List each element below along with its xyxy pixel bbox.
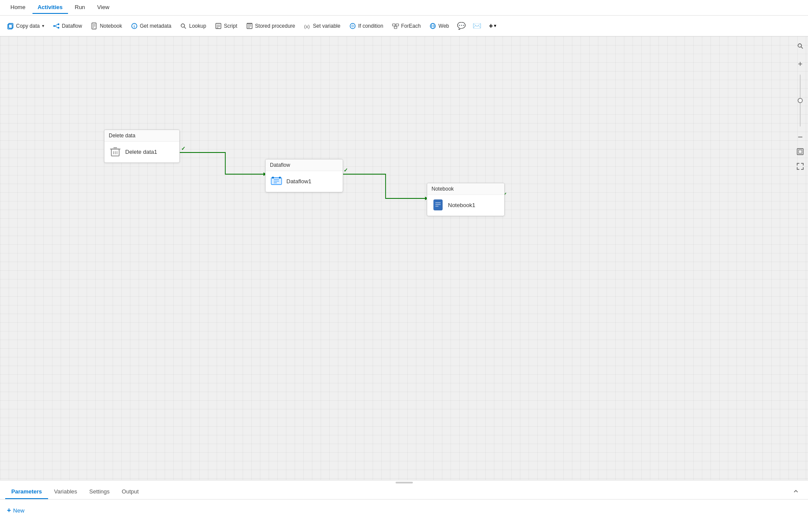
svg-point-2: [53, 25, 55, 27]
zoom-in-button[interactable]: +: [794, 58, 806, 70]
svg-point-4: [58, 27, 59, 29]
svg-rect-52: [272, 177, 274, 178]
copy-data-icon: [7, 23, 14, 29]
expand-button[interactable]: [794, 160, 806, 172]
svg-line-5: [55, 24, 58, 26]
svg-text:(x): (x): [304, 24, 310, 29]
delete-data-header: Delete data: [104, 130, 179, 142]
set-variable-button[interactable]: (x) Set variable: [300, 20, 344, 32]
tab-output[interactable]: Output: [116, 485, 145, 499]
dataflow-icon: [270, 175, 283, 188]
dataflow-node[interactable]: Dataflow Dataflow1: [265, 159, 343, 192]
svg-point-25: [350, 23, 355, 29]
tab-parameters[interactable]: Parameters: [5, 485, 48, 499]
copy-data-label: Copy data: [16, 23, 40, 29]
svg-rect-30: [393, 24, 395, 26]
svg-line-61: [801, 47, 803, 49]
icon-btn-2[interactable]: ✉️: [470, 19, 484, 32]
pipeline-canvas-area[interactable]: ✓ ✓ ✓ Delete data Delete data1: [0, 36, 808, 480]
dataflow-button[interactable]: Dataflow: [49, 20, 86, 32]
toolbar: Copy data ▾ Dataflow Notebook: [0, 16, 808, 36]
zoom-slider-thumb[interactable]: [798, 98, 803, 103]
script-icon: [215, 23, 222, 29]
notebook-body: Notebook1: [427, 195, 504, 216]
message-icon: 💬: [457, 22, 466, 30]
canvas-search-button[interactable]: [794, 40, 806, 52]
svg-rect-32: [394, 26, 397, 29]
notebook-button[interactable]: Notebook: [87, 20, 125, 32]
icon-btn-1[interactable]: 💬: [454, 19, 468, 32]
delete-data-title: Delete data: [109, 133, 135, 139]
more-button[interactable]: + ▾: [486, 20, 500, 32]
copy-data-dropdown-icon: ▾: [42, 23, 44, 28]
notebook-icon: [91, 23, 97, 29]
menu-view[interactable]: View: [92, 1, 114, 14]
web-button[interactable]: Web: [426, 20, 452, 32]
set-variable-label: Set variable: [313, 23, 340, 29]
tab-settings[interactable]: Settings: [83, 485, 116, 499]
mail-icon: ✉️: [473, 22, 481, 30]
if-condition-button[interactable]: If condition: [346, 20, 387, 32]
copy-data-button[interactable]: Copy data ▾: [3, 20, 48, 32]
if-condition-icon: [349, 23, 356, 29]
svg-point-3: [58, 23, 59, 25]
notebook-header: Notebook: [427, 183, 504, 195]
svg-line-14: [184, 27, 186, 29]
new-plus-icon: +: [7, 506, 11, 514]
svg-rect-59: [434, 200, 435, 210]
delete-data-body: Delete data1: [104, 142, 179, 162]
menu-activities[interactable]: Activities: [32, 1, 68, 14]
foreach-label: ForEach: [401, 23, 421, 29]
svg-rect-62: [797, 149, 803, 155]
stored-procedure-icon: [246, 23, 253, 29]
zoom-slider-track: [800, 75, 801, 127]
svg-point-13: [181, 24, 185, 27]
bottom-tabs: Parameters Variables Settings Output: [0, 485, 808, 500]
dataflow-label: Dataflow1: [286, 178, 312, 185]
script-label: Script: [224, 23, 237, 29]
delete-data-icon: [109, 145, 122, 158]
get-metadata-label: Get metadata: [140, 23, 172, 29]
dataflow-label: Dataflow: [62, 23, 82, 29]
collapse-panel-button[interactable]: [789, 486, 803, 498]
drag-handle-bar: [396, 482, 413, 483]
svg-rect-31: [396, 24, 399, 26]
dataflow-body: Dataflow1: [266, 171, 343, 192]
notebook-title: Notebook: [432, 186, 454, 192]
delete-data-label: Delete data1: [125, 149, 157, 155]
stored-procedure-label: Stored procedure: [255, 23, 295, 29]
stored-procedure-button[interactable]: Stored procedure: [243, 20, 299, 32]
zoom-out-button[interactable]: −: [794, 131, 806, 143]
new-parameter-button[interactable]: + New: [7, 505, 24, 516]
svg-rect-63: [798, 150, 802, 153]
script-button[interactable]: Script: [211, 20, 241, 32]
drag-handle[interactable]: [0, 480, 808, 485]
delete-data-node[interactable]: Delete data Delete data1: [104, 130, 180, 163]
more-dropdown-icon: ▾: [494, 23, 496, 29]
dataflow-header: Dataflow: [266, 159, 343, 171]
notebook-node[interactable]: Notebook Notebook1: [427, 183, 505, 216]
dataflow-icon: [53, 23, 60, 29]
svg-line-6: [55, 26, 58, 28]
menu-run[interactable]: Run: [70, 1, 91, 14]
lookup-button[interactable]: Lookup: [176, 20, 209, 32]
dataflow-title: Dataflow: [270, 162, 290, 168]
menu-home[interactable]: Home: [5, 1, 31, 14]
menu-bar: Home Activities Run View: [0, 0, 808, 16]
web-label: Web: [438, 23, 449, 29]
if-condition-label: If condition: [358, 23, 383, 29]
notebook-label: Notebook1: [448, 202, 475, 208]
web-icon: [429, 23, 436, 29]
lookup-label: Lookup: [189, 23, 206, 29]
get-metadata-button[interactable]: i Get metadata: [127, 20, 175, 32]
bottom-panel: Parameters Variables Settings Output + N…: [0, 480, 808, 532]
svg-point-60: [798, 44, 802, 47]
tab-variables[interactable]: Variables: [48, 485, 83, 499]
bottom-content: + New: [0, 500, 808, 532]
fit-to-window-button[interactable]: [794, 146, 806, 158]
plus-icon: +: [489, 22, 493, 30]
notebook-node-icon: [432, 198, 445, 211]
foreach-icon: [392, 23, 399, 29]
foreach-button[interactable]: ForEach: [389, 20, 424, 32]
zoom-controls: + −: [792, 36, 808, 480]
